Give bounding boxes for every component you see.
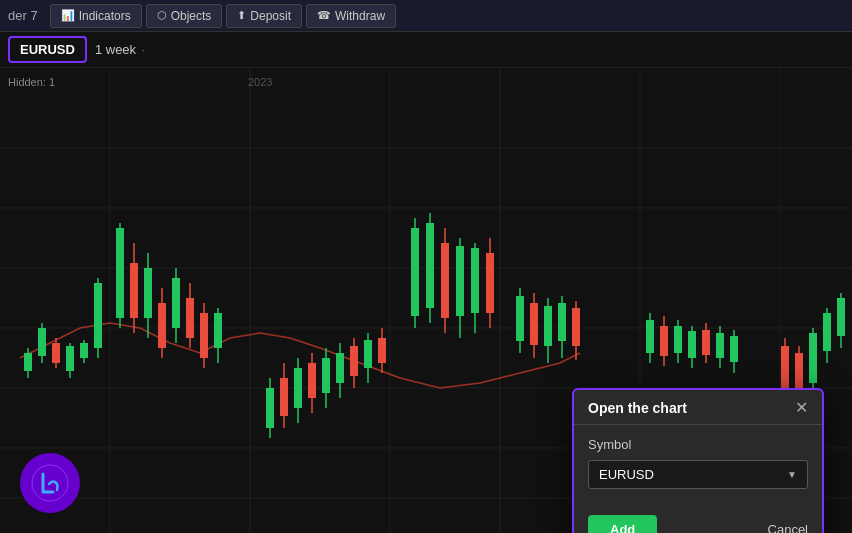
modal-overlay: Open the chart ✕ Symbol EURUSD ▼ Add Can… — [0, 68, 852, 533]
modal-body: Symbol EURUSD ▼ — [574, 425, 822, 515]
deposit-label: Deposit — [250, 9, 291, 23]
deposit-button[interactable]: ⬆ Deposit — [226, 4, 302, 28]
symbol-tag[interactable]: EURUSD — [8, 36, 87, 63]
open-chart-modal: Open the chart ✕ Symbol EURUSD ▼ Add Can… — [572, 388, 824, 533]
symbol-label: Symbol — [588, 437, 808, 452]
indicators-button[interactable]: 📊 Indicators — [50, 4, 142, 28]
objects-icon: ⬡ — [157, 9, 167, 22]
cancel-button[interactable]: Cancel — [768, 522, 808, 533]
indicators-icon: 📊 — [61, 9, 75, 22]
symbol-select-value: EURUSD — [599, 467, 654, 482]
chevron-down-icon: ▼ — [787, 469, 797, 480]
symbol-select[interactable]: EURUSD ▼ — [588, 460, 808, 489]
withdraw-label: Withdraw — [335, 9, 385, 23]
chart-area: Hidden: 1 2023 — [0, 68, 852, 533]
modal-title: Open the chart — [588, 400, 687, 416]
timeframe-dot: · — [142, 45, 145, 56]
indicators-label: Indicators — [79, 9, 131, 23]
withdraw-icon: ☎ — [317, 9, 331, 22]
timeframe-label: 1 week · — [95, 42, 145, 57]
add-button[interactable]: Add — [588, 515, 657, 533]
modal-header: Open the chart ✕ — [574, 390, 822, 425]
modal-close-button[interactable]: ✕ — [795, 400, 808, 416]
toolbar: der 7 📊 Indicators ⬡ Objects ⬆ Deposit ☎… — [0, 0, 852, 32]
withdraw-button[interactable]: ☎ Withdraw — [306, 4, 396, 28]
objects-label: Objects — [171, 9, 212, 23]
modal-footer: Add Cancel — [574, 515, 822, 533]
deposit-icon: ⬆ — [237, 9, 246, 22]
symbol-bar: EURUSD 1 week · — [0, 32, 852, 68]
objects-button[interactable]: ⬡ Objects — [146, 4, 223, 28]
app-title: der 7 — [8, 8, 38, 23]
